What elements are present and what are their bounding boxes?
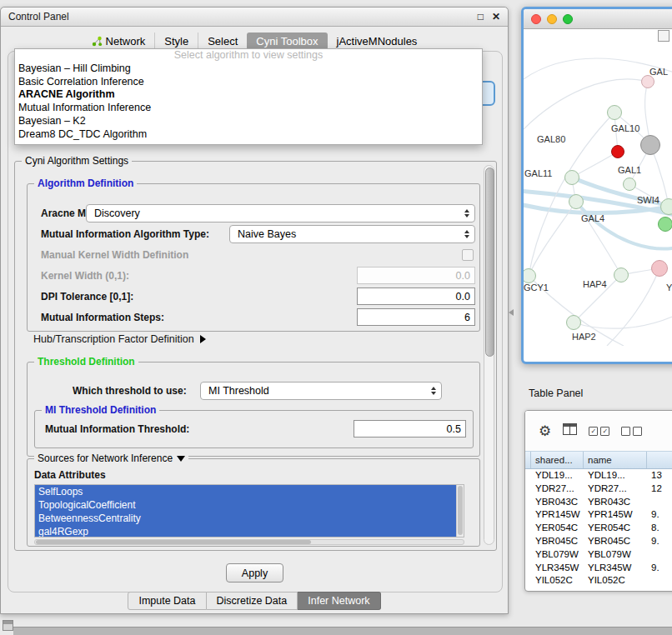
network-node-hap4[interactable] bbox=[614, 268, 629, 282]
checked-pair-icon[interactable]: ✓✓ bbox=[589, 427, 609, 436]
network-node-gal4[interactable] bbox=[569, 194, 584, 209]
table-row[interactable]: YIL052CYIL052C bbox=[525, 574, 672, 588]
column-header-shared[interactable]: shared... bbox=[531, 452, 584, 468]
columns-icon[interactable] bbox=[563, 423, 577, 438]
bottom-tab-impute-data[interactable]: Impute Data bbox=[128, 592, 206, 610]
network-node-gcy1[interactable] bbox=[521, 268, 536, 283]
attributes-hscrollbar[interactable] bbox=[34, 539, 464, 545]
cell: YIL052C bbox=[584, 574, 647, 588]
row-gutter bbox=[525, 508, 531, 522]
sources-group-title[interactable]: Sources for Network Inference bbox=[34, 452, 188, 464]
attribute-item-gal4rgexp[interactable]: gal4RGexp bbox=[35, 525, 464, 538]
zoom-traffic-light[interactable] bbox=[563, 14, 573, 24]
network-node-gal[interactable] bbox=[641, 75, 654, 88]
splitter-collapse-icon[interactable] bbox=[509, 309, 514, 316]
network-view-window: GALGAL80GAL10GAL11GAL1SWI4GAL4GCY1HAP4YH… bbox=[521, 7, 672, 364]
settings-scrollbar[interactable] bbox=[484, 165, 494, 545]
mi-steps-field[interactable] bbox=[357, 308, 475, 326]
popup-item-basic-correlation-inference[interactable]: Basic Correlation Inference bbox=[15, 76, 482, 89]
attributes-hscrollbar-thumb[interactable] bbox=[36, 540, 311, 544]
tab-style[interactable]: Style bbox=[154, 32, 198, 50]
network-node-label-y: Y bbox=[666, 282, 672, 292]
network-node-label-gal1: GAL1 bbox=[618, 165, 641, 175]
table-row[interactable]: YBR043CYBR043C bbox=[525, 496, 672, 509]
control-panel-titlebar[interactable]: Control Panel □ ✕ bbox=[1, 8, 508, 27]
network-canvas[interactable]: GALGAL80GAL10GAL11GAL1SWI4GAL4GCY1HAP4YH… bbox=[524, 29, 672, 346]
tab-cyni-toolbox[interactable]: Cyni Toolbox bbox=[247, 32, 327, 50]
network-node-hap2[interactable] bbox=[566, 315, 581, 330]
popup-item-aracne-algorithm[interactable]: ARACNE Algorithm bbox=[15, 88, 482, 102]
table-header: shared...name bbox=[525, 451, 672, 469]
table-row[interactable]: YBL079WYBL079W bbox=[525, 548, 672, 562]
manual-kernel-label: Manual Kernel Width Definition bbox=[41, 249, 188, 261]
docked-panel-icon[interactable] bbox=[3, 620, 13, 631]
sources-group: Sources for Network Inference Data Attri… bbox=[27, 458, 480, 547]
tab-jactivemnodules[interactable]: jActiveMNodules bbox=[328, 32, 427, 50]
settings-scrollbar-thumb[interactable] bbox=[485, 168, 494, 357]
cell: YBR045C bbox=[584, 535, 647, 548]
dpi-tolerance-field[interactable] bbox=[357, 288, 475, 305]
cell: YIL052C bbox=[531, 574, 584, 588]
attribute-item-topologicalcoefficient[interactable]: TopologicalCoefficient bbox=[35, 498, 464, 512]
row-gutter bbox=[525, 522, 531, 535]
table-row[interactable]: YPR145WYPR145W9. bbox=[525, 508, 672, 522]
combo-arrows-icon bbox=[431, 387, 436, 395]
network-window-titlebar[interactable] bbox=[524, 9, 672, 29]
tab-network[interactable]: Network bbox=[83, 32, 155, 50]
unchecked-pair-icon[interactable] bbox=[621, 427, 642, 436]
cell: YDR27... bbox=[584, 482, 647, 496]
network-node[interactable] bbox=[611, 145, 624, 158]
tab-label: Network bbox=[106, 35, 146, 48]
network-node-gal11[interactable] bbox=[564, 170, 579, 185]
mi-threshold-field[interactable] bbox=[354, 420, 466, 438]
table-row[interactable]: YER054CYER054C8. bbox=[525, 522, 672, 535]
row-gutter bbox=[525, 562, 531, 575]
table-row[interactable]: YDR27...YDR27...12 bbox=[525, 482, 672, 496]
mi-type-select[interactable]: Naive Bayes bbox=[229, 225, 475, 243]
column-header-name[interactable]: name bbox=[584, 452, 647, 468]
network-tab-icon bbox=[92, 36, 103, 47]
table-toolbar: ⚙ ✓✓ bbox=[525, 411, 672, 451]
popup-item-mutual-information-inference[interactable]: Mutual Information Inference bbox=[15, 102, 482, 115]
bottom-tab-discretize-data[interactable]: Discretize Data bbox=[207, 592, 298, 610]
network-node-swi4[interactable] bbox=[660, 198, 672, 215]
popup-placeholder: Select algorithm to view settings bbox=[15, 49, 482, 62]
network-node[interactable] bbox=[658, 217, 672, 232]
expander-arrow-icon bbox=[200, 335, 206, 343]
cell: YBL079W bbox=[584, 548, 647, 562]
bottom-tab-infer-network[interactable]: Infer Network bbox=[298, 592, 380, 610]
row-gutter bbox=[525, 574, 531, 588]
attribute-item-selfloops[interactable]: SelfLoops bbox=[35, 485, 464, 498]
float-window-icon[interactable]: □ bbox=[478, 11, 484, 22]
network-node-gal80[interactable] bbox=[607, 105, 622, 120]
minimize-traffic-light[interactable] bbox=[547, 14, 557, 24]
cell: YBR043C bbox=[531, 496, 584, 509]
close-traffic-light[interactable] bbox=[531, 14, 541, 24]
attributes-scrollbar-thumb[interactable] bbox=[458, 486, 463, 535]
network-corner-widget[interactable] bbox=[658, 30, 669, 42]
column-header-extra[interactable] bbox=[647, 452, 672, 468]
attribute-item-betweennesscentrality[interactable]: BetweennessCentrality bbox=[35, 512, 464, 525]
row-gutter bbox=[525, 535, 531, 548]
close-icon[interactable]: ✕ bbox=[492, 11, 500, 22]
table-row[interactable]: YLR345WYLR345W9. bbox=[525, 562, 672, 575]
popup-item-bayesian-hill-climbing[interactable]: Bayesian – Hill Climbing bbox=[15, 62, 482, 76]
kernel-width-field[interactable] bbox=[357, 267, 475, 284]
hub-definition-expander[interactable]: Hub/Transcription Factor Definition bbox=[33, 333, 206, 345]
tab-select[interactable]: Select bbox=[198, 32, 247, 50]
table-row[interactable]: YDL19...YDL19...13 bbox=[525, 469, 672, 482]
table-row[interactable]: YBR045CYBR045C9. bbox=[525, 535, 672, 548]
mi-steps-label: Mutual Information Steps: bbox=[41, 312, 164, 323]
aracne-mode-select[interactable]: Discovery bbox=[86, 204, 475, 222]
attributes-scrollbar[interactable] bbox=[456, 485, 464, 537]
apply-button[interactable]: Apply bbox=[226, 563, 283, 582]
gear-icon[interactable]: ⚙ bbox=[539, 424, 551, 438]
network-node-gal10[interactable] bbox=[640, 135, 660, 155]
popup-item-dream8-dc-tdc-algorithm[interactable]: Dream8 DC_TDC Algorithm bbox=[15, 128, 482, 142]
which-threshold-select[interactable]: MI Threshold bbox=[200, 382, 442, 400]
network-node-y[interactable] bbox=[651, 260, 668, 277]
manual-kernel-checkbox[interactable] bbox=[462, 249, 474, 261]
algorithm-popup-list: Select algorithm to view settingsBayesia… bbox=[14, 48, 483, 145]
network-node-gal1[interactable] bbox=[623, 178, 636, 191]
popup-item-bayesian-k2[interactable]: Bayesian – K2 bbox=[15, 115, 482, 128]
